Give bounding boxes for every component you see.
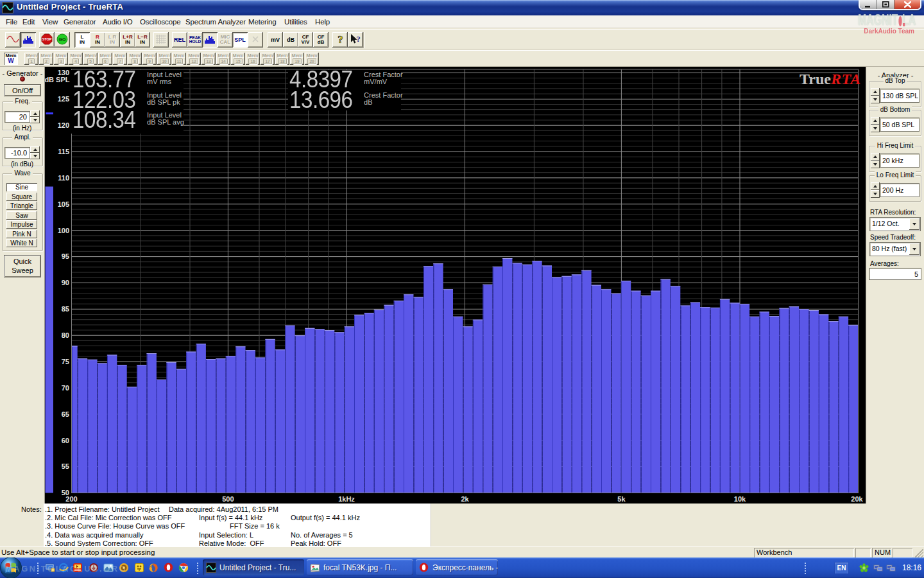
- quicklaunch-handle[interactable]: [37, 562, 40, 574]
- speed-tradeoff-dropdown-icon[interactable]: [909, 243, 920, 255]
- averages-input[interactable]: 5: [869, 268, 921, 280]
- freq-input[interactable]: 20: [4, 111, 30, 123]
- spectrum-bar: [207, 359, 216, 493]
- units-mv-button[interactable]: mV: [268, 32, 283, 48]
- task-1-button[interactable]: Untitled Project - Tru...: [203, 559, 304, 575]
- wave-saw-button[interactable]: Saw: [6, 211, 37, 220]
- peak-hold-button[interactable]: PEAKHOLD: [187, 32, 203, 48]
- wave-triangle-button[interactable]: Triangle: [6, 202, 37, 210]
- ie-icon[interactable]: [58, 563, 69, 574]
- spectrum-bar: [572, 274, 581, 493]
- rta-resolution-select[interactable]: 1/12 Oct.: [869, 217, 921, 231]
- freq-spinner[interactable]: [30, 110, 40, 123]
- menu-edit[interactable]: Edit: [21, 17, 36, 26]
- menu-help[interactable]: Help: [314, 17, 331, 26]
- spl-units-button[interactable]: SPL: [232, 32, 248, 48]
- generator-on-button[interactable]: [5, 32, 21, 48]
- relative-mode-button[interactable]: REL: [172, 32, 187, 48]
- spectrum-bar: [157, 380, 166, 493]
- go-button[interactable]: GO: [55, 32, 70, 48]
- photo-viewer-icon[interactable]: [103, 563, 114, 574]
- close-button[interactable]: [894, 0, 920, 9]
- stop-button[interactable]: STOP: [39, 32, 55, 48]
- menu-utilities[interactable]: Utilities: [283, 17, 309, 26]
- ampl-spinner[interactable]: [30, 146, 40, 159]
- show-desktop-icon[interactable]: [45, 563, 56, 574]
- help-button[interactable]: ?: [332, 32, 348, 48]
- spectrum-analyzer-mode-button[interactable]: [21, 32, 36, 48]
- speed-tradeoff-select[interactable]: 80 Hz (fast): [869, 242, 921, 256]
- db-top-spin-down-icon[interactable]: [871, 96, 880, 103]
- menu-file[interactable]: File: [4, 17, 19, 26]
- up-arrow-icon: [873, 185, 877, 188]
- language-indicator[interactable]: EN: [835, 563, 848, 574]
- freq-spin-down-icon[interactable]: [30, 117, 40, 123]
- aimp-icon[interactable]: [119, 563, 130, 574]
- menu-oscilloscope[interactable]: Oscilloscope: [139, 17, 182, 26]
- db-top-input[interactable]: 130 dB SPL: [880, 89, 920, 103]
- right-input-button[interactable]: RIN: [90, 32, 105, 48]
- media-player-icon[interactable]: [73, 563, 83, 574]
- wave-impulse-button[interactable]: Impulse: [6, 220, 37, 229]
- menu-audio-i-o[interactable]: Audio I/O: [101, 17, 134, 26]
- notes-box[interactable]: .1. Project Filename: Untitled ProjectDa…: [44, 504, 431, 547]
- start-button[interactable]: [0, 557, 26, 578]
- menu-generator[interactable]: Generator: [62, 17, 97, 26]
- l-minus-r-input-button[interactable]: L−RIN: [135, 32, 150, 48]
- clock[interactable]: 18:16: [902, 563, 921, 572]
- task-3-button[interactable]: Экспресс-панель - ...: [416, 559, 498, 575]
- rta-resolution-dropdown-icon[interactable]: [909, 218, 920, 230]
- db-bottom-spinner[interactable]: [871, 117, 880, 132]
- resize-grip[interactable]: [915, 549, 923, 557]
- ampl-spin-down-icon[interactable]: [30, 153, 40, 159]
- lo-freq-limit-spinner[interactable]: [871, 182, 880, 198]
- units-db-button[interactable]: dB: [283, 32, 298, 48]
- menu-view[interactable]: View: [41, 17, 59, 26]
- window-titlebar[interactable]: Untitled Project - TrueRTA: [0, 0, 924, 15]
- wave-sine-button[interactable]: Sine: [6, 183, 37, 191]
- firefox-icon[interactable]: [148, 563, 159, 574]
- db-top-spinner[interactable]: [871, 88, 880, 103]
- menu-metering[interactable]: Metering: [247, 17, 278, 26]
- wave-square-button[interactable]: Square: [6, 193, 37, 201]
- crest-factor-vv-button[interactable]: CFV/V: [298, 32, 313, 48]
- memory-slot-number: 2: [43, 58, 49, 64]
- minimize-button[interactable]: [860, 0, 877, 9]
- db-bottom-spin-down-icon[interactable]: [871, 125, 880, 132]
- taskband-handle[interactable]: [196, 562, 200, 574]
- wave-pink-n-button[interactable]: Pink N: [6, 230, 37, 238]
- task-2-button[interactable]: focal TN53K.jpg - П...: [307, 559, 413, 575]
- hi-freq-limit-input[interactable]: 20 kHz: [880, 153, 920, 168]
- db-bottom-spin-up-icon[interactable]: [871, 117, 880, 125]
- network-icon[interactable]: [873, 563, 883, 573]
- menu-spectrum-analyzer[interactable]: Spectrum Analyzer: [184, 17, 247, 26]
- icq-icon[interactable]: [859, 563, 869, 573]
- hi-freq-limit-spinner[interactable]: [871, 153, 880, 168]
- hi-freq-limit-spin-down-icon[interactable]: [871, 161, 880, 168]
- qip-icon[interactable]: [134, 563, 145, 574]
- left-input-button[interactable]: LIN: [74, 32, 90, 48]
- maximize-button[interactable]: [877, 0, 894, 9]
- context-help-button[interactable]: ?: [348, 32, 363, 48]
- hi-freq-limit-spin-up-icon[interactable]: [871, 153, 880, 161]
- lo-freq-limit-input[interactable]: 200 Hz: [880, 183, 920, 197]
- bar-display-button[interactable]: [202, 32, 218, 48]
- generator-onoff-button[interactable]: On/Off: [4, 84, 41, 96]
- lo-freq-limit-spin-down-icon[interactable]: [871, 190, 880, 198]
- db-bottom-input[interactable]: 50 dB SPL: [880, 118, 920, 132]
- quick-sweep-button[interactable]: QuickSweep: [4, 255, 41, 277]
- tray-handle[interactable]: [804, 562, 807, 574]
- opera-icon[interactable]: [164, 563, 175, 574]
- chrome-icon[interactable]: [178, 563, 189, 574]
- l-plus-r-input-button[interactable]: L+RIN: [120, 32, 135, 48]
- download-master-icon[interactable]: [89, 563, 99, 574]
- db-top-spin-up-icon[interactable]: [871, 88, 880, 96]
- wave-white-n-button[interactable]: White N: [6, 239, 37, 247]
- lo-freq-limit-spin-up-icon[interactable]: [871, 182, 880, 190]
- ampl-input[interactable]: -10.0: [4, 147, 30, 159]
- freq-spin-up-icon[interactable]: [30, 110, 40, 117]
- ampl-spin-up-icon[interactable]: [30, 146, 40, 153]
- network-icon[interactable]: [886, 563, 896, 573]
- memory-write-button[interactable]: MemW: [4, 53, 18, 65]
- crest-factor-db-button[interactable]: CFdB: [313, 32, 329, 48]
